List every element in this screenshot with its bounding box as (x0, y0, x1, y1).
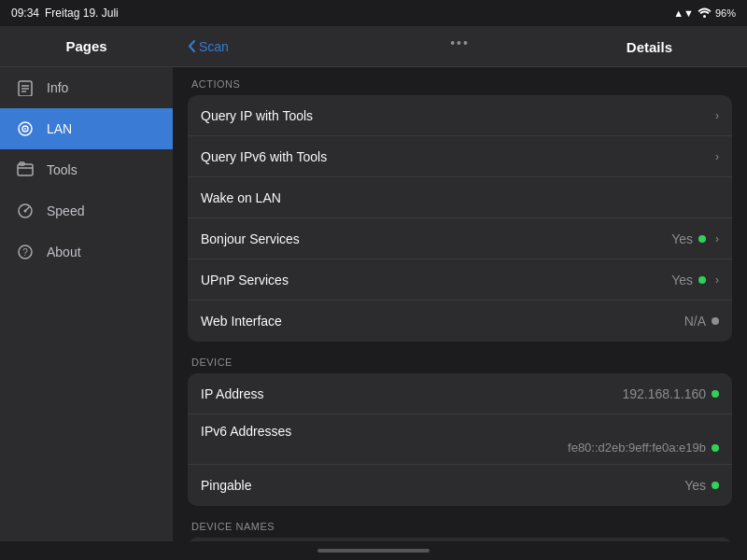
speed-icon (15, 201, 35, 221)
section-device: DEVICE IP Address 192.168.1.160 IPv6 Add… (188, 357, 732, 506)
scroll-content[interactable]: ACTIONS Query IP with Tools › Query IPv6… (173, 67, 747, 541)
time: 09:34 (11, 7, 39, 20)
row-right-query-ip: › (712, 109, 719, 122)
row-pingable[interactable]: Pingable Yes (188, 465, 732, 506)
row-right-ip-address: 192.168.1.160 (622, 386, 719, 401)
header-title: Details (627, 38, 672, 54)
signal-icon: ▲▼ (673, 7, 694, 19)
chevron-icon-4: › (715, 273, 719, 287)
row-ipv6-addresses[interactable]: IPv6 Addresses fe80::d2eb:9eff:fe0a:e19b (188, 414, 732, 465)
sidebar-label-about: About (47, 245, 81, 259)
row-label-bonjour: Bonjour Services (201, 231, 300, 246)
row-label-ipv6: IPv6 Addresses (201, 424, 291, 439)
chevron-icon-3: › (715, 232, 719, 245)
info-icon (15, 77, 35, 98)
back-label: Scan (199, 39, 229, 54)
status-bar: 09:34 Freitag 19. Juli ▲▼ 96% (0, 0, 747, 26)
sidebar-item-about[interactable]: ? About (0, 231, 173, 273)
chevron-icon-2: › (715, 150, 719, 163)
actions-table: Query IP with Tools › Query IPv6 with To… (188, 95, 732, 342)
row-web-interface[interactable]: Web Interface N/A (188, 301, 732, 342)
status-right: ▲▼ 96% (673, 7, 736, 20)
home-bar (317, 549, 430, 553)
tools-icon (15, 160, 35, 180)
section-label-device: DEVICE (188, 357, 732, 373)
home-indicator (0, 541, 747, 560)
row-label-query-ipv6: Query IPv6 with Tools (201, 149, 327, 164)
svg-point-7 (24, 128, 26, 130)
dot-ipv6 (712, 444, 719, 452)
section-label-device-names: DEVICE NAMES (188, 521, 732, 538)
sidebar-label-lan: LAN (47, 121, 72, 136)
lan-icon (15, 119, 35, 139)
section-label-actions: ACTIONS (188, 78, 732, 95)
sidebar-item-speed[interactable]: Speed (0, 190, 173, 231)
row-query-ipv6[interactable]: Query IPv6 with Tools › (188, 136, 732, 177)
row-upnp[interactable]: UPnP Services Yes › (188, 259, 732, 301)
dot-web-interface (712, 317, 719, 325)
row-label-query-ip: Query IP with Tools (201, 108, 313, 123)
wifi-icon (698, 7, 712, 20)
svg-point-13 (24, 210, 27, 213)
section-actions: ACTIONS Query IP with Tools › Query IPv6… (188, 78, 732, 342)
sidebar-item-info[interactable]: Info (0, 67, 173, 108)
value-pingable: Yes (684, 478, 706, 493)
row-bonjour[interactable]: Bonjour Services Yes › (188, 218, 732, 259)
about-icon: ? (15, 242, 35, 262)
row-right-web-interface: N/A (684, 314, 719, 329)
dot-bonjour (698, 235, 706, 243)
svg-text:?: ? (22, 247, 28, 258)
content-header: Scan ••• Details (173, 26, 747, 67)
content-area: Scan ••• Details ACTIONS Query IP with T… (173, 26, 747, 541)
status-left: 09:34 Freitag 19. Juli (11, 7, 119, 20)
row-right-pingable: Yes (684, 478, 719, 493)
svg-rect-8 (18, 164, 33, 175)
row-right-upnp: Yes › (671, 273, 719, 287)
row-label-upnp: UPnP Services (201, 273, 289, 287)
row-right-query-ipv6: › (712, 150, 719, 163)
back-button[interactable]: Scan (188, 39, 229, 54)
sidebar-item-lan[interactable]: LAN (0, 108, 173, 149)
row-wake-lan[interactable]: Wake on LAN (188, 177, 732, 218)
value-ip-address: 192.168.1.160 (622, 386, 706, 401)
row-ip-address[interactable]: IP Address 192.168.1.160 (188, 373, 732, 414)
sidebar-label-tools: Tools (47, 162, 78, 177)
device-table: IP Address 192.168.1.160 IPv6 Addresses … (188, 373, 732, 506)
value-bonjour: Yes (671, 231, 693, 246)
sidebar-label-info: Info (47, 80, 68, 95)
dot-ip-address (712, 390, 719, 398)
header-dots: ••• (450, 35, 470, 50)
sidebar: Pages Info LAN (0, 26, 173, 541)
battery: 96% (715, 7, 736, 19)
svg-point-0 (703, 15, 706, 18)
chevron-icon: › (715, 109, 719, 122)
sidebar-label-speed: Speed (47, 203, 84, 218)
value-ipv6: fe80::d2eb:9eff:fe0a:e19b (568, 441, 706, 455)
sidebar-item-tools[interactable]: Tools (0, 149, 173, 190)
date: Freitag 19. Juli (45, 7, 119, 20)
main-layout: Pages Info LAN (0, 26, 747, 541)
sidebar-header: Pages (0, 26, 173, 67)
section-device-names: DEVICE NAMES Assign Name to IP N/A › mDN… (188, 521, 732, 541)
row-right-bonjour: Yes › (671, 231, 719, 246)
row-label-pingable: Pingable (201, 478, 252, 493)
value-upnp: Yes (671, 273, 693, 287)
row-query-ip[interactable]: Query IP with Tools › (188, 95, 732, 136)
row-label-web-interface: Web Interface (201, 314, 282, 329)
row-label-ip-address: IP Address (201, 386, 263, 401)
dot-upnp (698, 276, 706, 284)
row-label-wake-lan: Wake on LAN (201, 190, 281, 205)
row-right-ipv6: fe80::d2eb:9eff:fe0a:e19b (201, 441, 719, 455)
value-web-interface: N/A (684, 314, 706, 329)
dot-pingable (712, 482, 719, 489)
